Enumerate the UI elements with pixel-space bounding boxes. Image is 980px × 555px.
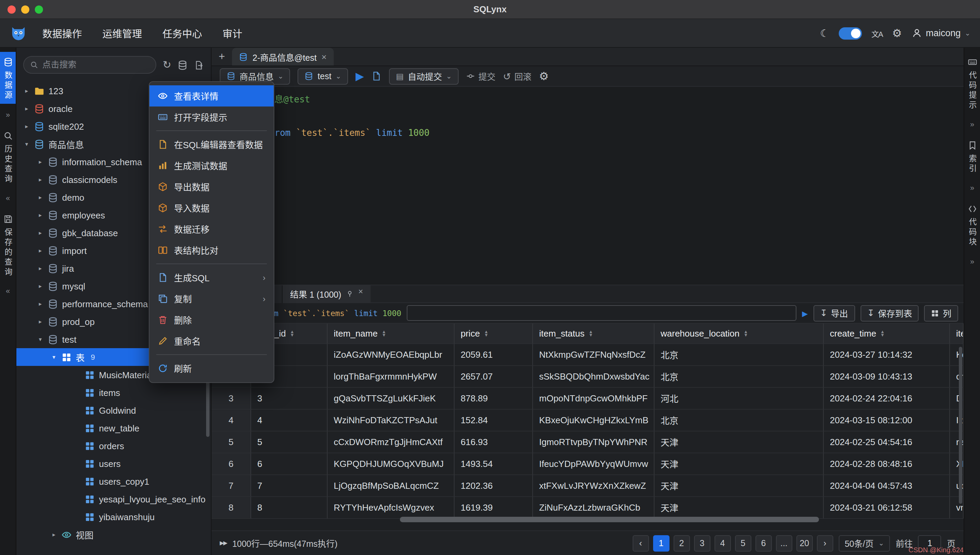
- grid-cell[interactable]: 4: [251, 410, 328, 431]
- sort-icon[interactable]: ▲▼: [589, 330, 593, 337]
- grid-cell[interactable]: 河北: [655, 388, 824, 410]
- zoom-window-button[interactable]: [35, 5, 43, 13]
- grid-cell[interactable]: 1619.39: [455, 497, 533, 519]
- grid-cell[interactable]: 616.93: [455, 431, 533, 453]
- grid-cell[interactable]: 7: [251, 475, 328, 497]
- grid-cell[interactable]: 2024-02-28 08:48:16: [824, 453, 950, 475]
- chevron-right-icon[interactable]: ▸: [37, 212, 44, 218]
- chevron-right-icon[interactable]: ▸: [23, 123, 30, 130]
- sort-icon[interactable]: ▲▼: [881, 330, 885, 337]
- grid-cell[interactable]: gQaSvbTTSZgLuKkFJieK: [328, 388, 455, 410]
- grid-cell[interactable]: 2024-02-24 22:04:16: [824, 388, 950, 410]
- grid-cell[interactable]: 2059.61: [455, 344, 533, 366]
- context-menu-item[interactable]: 打开字段提示: [149, 106, 274, 128]
- settings-gear-icon[interactable]: ⚙: [892, 27, 902, 40]
- tree-item[interactable]: orders: [16, 437, 211, 455]
- context-menu-item[interactable]: 删除: [149, 309, 274, 330]
- chevron-right-icon[interactable]: ▸: [23, 105, 30, 112]
- grid-cell[interactable]: IgmoRTtvpByTNpYWhPNR: [533, 431, 655, 453]
- rail-item[interactable]: 历史查询: [0, 125, 16, 187]
- chevron-right-icon[interactable]: ▸: [37, 282, 44, 289]
- grid-cell[interactable]: 878.89: [455, 388, 533, 410]
- context-menu-item[interactable]: 查看表详情: [149, 85, 274, 106]
- grid-cell[interactable]: IfeucYDpPAWbYyqWUmvw: [533, 453, 655, 475]
- nav-menu-item[interactable]: 审计: [223, 26, 242, 40]
- chevron-right-icon[interactable]: ▸: [37, 194, 44, 201]
- page-button[interactable]: 6: [755, 535, 772, 551]
- context-menu-item[interactable]: 刷新: [149, 358, 274, 379]
- tree-item[interactable]: users_copy1: [16, 472, 211, 490]
- columns-button[interactable]: 列: [924, 305, 958, 321]
- rail-item[interactable]: 索引: [964, 135, 980, 177]
- tree-item[interactable]: yibaiwanshuju: [16, 508, 211, 526]
- tree-item[interactable]: items: [16, 383, 211, 401]
- collapse-chevron-icon[interactable]: «: [6, 194, 10, 202]
- commit-mode-select[interactable]: ▤ 自动提交 ⌄: [389, 68, 459, 84]
- editor-tab[interactable]: 2-商品信息@test ×: [232, 48, 333, 66]
- collapse-chevron-icon[interactable]: »: [970, 184, 974, 192]
- context-menu-item[interactable]: 生成SQL›: [149, 267, 274, 288]
- collapse-chevron-icon[interactable]: »: [970, 120, 974, 128]
- grid-cell[interactable]: xtFXwLvJRYWzXnXZkewZ: [533, 475, 655, 497]
- page-button[interactable]: 5: [735, 535, 751, 551]
- context-menu-item[interactable]: 重命名: [149, 330, 274, 351]
- context-menu-item[interactable]: 在SQL编辑器查看数据: [149, 134, 274, 155]
- grid-cell[interactable]: 2024-03-15 08:12:00: [824, 410, 950, 431]
- add-datasource-icon[interactable]: [178, 60, 188, 70]
- grid-cell[interactable]: lorgThBaFgxrmmnHykPW: [328, 366, 455, 388]
- rollback-button[interactable]: ↺ 回滚: [503, 70, 532, 83]
- grid-cell[interactable]: KGPQDHJUMGOqXVBuMJ: [328, 453, 455, 475]
- rail-item[interactable]: 代码块: [964, 199, 980, 250]
- run-button[interactable]: ▶: [355, 71, 364, 82]
- collapse-chevron-icon[interactable]: »: [970, 257, 974, 265]
- grid-scrollbar[interactable]: [959, 347, 962, 504]
- page-button[interactable]: 4: [714, 535, 730, 551]
- close-tab-icon[interactable]: ×: [322, 51, 327, 62]
- theme-toggle[interactable]: [839, 27, 862, 39]
- grid-cell[interactable]: 1202.36: [455, 475, 533, 497]
- grid-cell[interactable]: RYTYhHevApfcIsWgzvex: [328, 497, 455, 519]
- page-next-button[interactable]: ›: [817, 535, 833, 551]
- pin-icon[interactable]: [346, 290, 354, 298]
- grid-header-cell[interactable]: warehouse_location▲▼: [655, 324, 824, 344]
- grid-cell[interactable]: 6: [251, 453, 328, 475]
- grid-cell[interactable]: iZoAGzWNMyEOAEbqpLbr: [328, 344, 455, 366]
- tree-item[interactable]: ▸视图: [16, 526, 211, 544]
- grid-header-cell[interactable]: price▲▼: [455, 324, 533, 344]
- chevron-down-icon[interactable]: ▾: [23, 141, 30, 148]
- collapse-chevron-icon[interactable]: »: [6, 110, 10, 119]
- grid-cell[interactable]: 2024-03-21 06:12:58: [824, 497, 950, 519]
- chevron-right-icon[interactable]: ▸: [37, 247, 44, 254]
- chevron-right-icon[interactable]: ▸: [37, 265, 44, 272]
- grid-cell[interactable]: 8: [251, 497, 328, 519]
- grid-cell[interactable]: sSkSBQDbQhmDxwsbdYac: [533, 366, 655, 388]
- grid-cell[interactable]: ZiNuFxAzzLzbwraGKhCb: [533, 497, 655, 519]
- run-filter-button[interactable]: ▶: [802, 308, 808, 318]
- chevron-right-icon[interactable]: ▸: [37, 176, 44, 183]
- page-prev-button[interactable]: ‹: [632, 535, 649, 551]
- page-button[interactable]: 2: [673, 535, 690, 551]
- context-menu-item[interactable]: 生成测试数据: [149, 155, 274, 176]
- sort-icon[interactable]: ▲▼: [382, 330, 386, 337]
- chevron-right-icon[interactable]: ▸: [37, 300, 44, 307]
- sort-icon[interactable]: ▲▼: [484, 330, 488, 337]
- chevron-right-icon[interactable]: ▸: [37, 158, 44, 165]
- export-datasource-icon[interactable]: [194, 60, 204, 70]
- rail-item[interactable]: 数据源: [0, 52, 16, 103]
- tree-item[interactable]: new_table: [16, 419, 211, 437]
- translate-icon[interactable]: 文A: [871, 28, 883, 38]
- chevron-right-icon[interactable]: ▸: [23, 87, 30, 94]
- grid-cell[interactable]: 天津: [655, 475, 824, 497]
- grid-cell[interactable]: 152.84: [455, 410, 533, 431]
- grid-cell[interactable]: 天津: [655, 431, 824, 453]
- page-button[interactable]: 20: [796, 535, 812, 551]
- ref resh-tree-icon[interactable]: ↻: [163, 59, 171, 71]
- commit-button[interactable]: 提交: [466, 70, 495, 83]
- grid-cell[interactable]: 2024-02-25 04:54:16: [824, 431, 950, 453]
- rail-item[interactable]: 保存的查询: [0, 209, 16, 280]
- grid-cell[interactable]: 3: [251, 388, 328, 410]
- nav-menu-item[interactable]: 任务中心: [162, 26, 202, 40]
- results-tab[interactable]: 结果 1 (1000) ×: [283, 285, 371, 303]
- grid-cell[interactable]: 2024-04-04 04:57:43: [824, 475, 950, 497]
- grid-header-cell[interactable]: item_name▲▼: [328, 324, 455, 344]
